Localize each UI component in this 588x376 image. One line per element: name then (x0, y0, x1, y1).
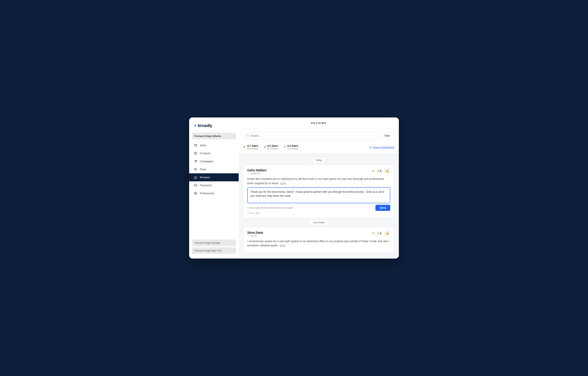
open-dashboard-label: Open in Dashboard (373, 146, 394, 149)
logo: ✦ broadly (189, 117, 239, 133)
sidebar-item-campaigns[interactable]: Campaigns (189, 157, 239, 165)
send-button-kathy[interactable]: Send (375, 205, 390, 211)
thumbs-up-button-kathy[interactable]: 👍 (384, 168, 390, 173)
reply-textarea-kathy[interactable]: Thank you for the kind review, Steve! It… (250, 190, 387, 200)
search-icon (246, 134, 249, 137)
sidebar-item-payments[interactable]: Payments (189, 181, 239, 189)
star-count-steve: 4 (380, 232, 381, 235)
sidebar: ✦ broadly Furnace Kings Atlanta Inbox Co… (189, 117, 239, 259)
review-header-kathy: Kathy Walbert Justin W. G ★ 5 👍 (247, 168, 390, 175)
yelp-icon: ʸ (284, 145, 286, 149)
review-platform-google: G (372, 169, 375, 173)
sidebar-location-chicago[interactable]: Furnace Kings Chicago (192, 240, 236, 246)
reply-footer-kathy: ℹ Your reply will be posted publicly to … (247, 205, 390, 211)
google-stars: 4.7 Stars (247, 144, 258, 147)
reviews-icon (194, 175, 198, 179)
svg-rect-7 (194, 184, 197, 187)
search-box-container (243, 132, 378, 139)
sidebar-label-team: Team (200, 168, 206, 171)
active-location[interactable]: Furnace Kings Atlanta (192, 133, 236, 139)
ratings-row: G 4.7 Stars 64 reviews f 4.5 Stars 93 re… (239, 142, 399, 153)
stars-badge-kathy: ★ 5 (376, 169, 383, 173)
logo-icon: ✦ (194, 123, 197, 128)
thumbs-up-button-steve[interactable]: 👍 (384, 231, 390, 236)
reply-box-kathy: Thank you for the kind review, Steve! It… (247, 187, 390, 203)
svg-point-14 (248, 235, 249, 236)
sidebar-item-reviews[interactable]: Reviews (189, 173, 239, 181)
sidebar-nav: Inbox Contacts Campaigns T (189, 141, 239, 235)
review-platform-google-2: G (372, 232, 375, 235)
svg-line-12 (370, 146, 372, 147)
main-content: REVIEWS Filter G 4.7 Stars 64 reviews (239, 117, 399, 259)
app-window: ✦ broadly Furnace Kings Atlanta Inbox Co… (189, 117, 399, 259)
search-filter-row: Filter (239, 129, 399, 142)
filter-button[interactable]: Filter (380, 132, 394, 139)
rating-google: G 4.7 Stars 64 reviews (243, 144, 258, 150)
review-card-kathy: Kathy Walbert Justin W. G ★ 5 👍 (243, 165, 394, 218)
star-count-kathy: 5 (380, 169, 381, 172)
logo-text: broadly (198, 123, 212, 128)
review-card-steve: Steve Dawe Joe R. G ★ 4 👍 (243, 227, 394, 253)
facebook-icon: f (264, 145, 266, 149)
stars-badge-steve: ★ 4 (376, 231, 383, 235)
inbox-icon (194, 143, 198, 147)
review-timestamp-kathy: 3 hours ago (247, 212, 390, 214)
yelp-reviews: 23 reviews (287, 147, 298, 150)
review-more-steve[interactable]: more (280, 244, 286, 247)
svg-point-10 (247, 135, 248, 136)
google-icon: G (243, 146, 246, 149)
contacts-icon (194, 151, 198, 155)
page-title: REVIEWS (311, 122, 327, 125)
date-label-today: Today (312, 157, 326, 163)
svg-line-11 (248, 136, 249, 137)
rating-yelp: ʸ 4.6 Stars 23 reviews (284, 144, 298, 150)
sidebar-item-inbox[interactable]: Inbox (189, 141, 239, 149)
svg-rect-1 (194, 152, 197, 155)
review-badge-steve: G ★ 4 👍 (372, 231, 390, 236)
reviews-feed: Today Kathy Walbert Justin W. G (239, 153, 399, 259)
payments-icon (194, 183, 198, 187)
yelp-stars: 4.6 Stars (287, 144, 298, 147)
reviewer-agent-kathy: Justin W. (247, 172, 266, 175)
review-badge-kathy: G ★ 5 👍 (372, 168, 390, 173)
sidebar-item-contacts[interactable]: Contacts (189, 149, 239, 157)
main-header: REVIEWS (239, 117, 399, 129)
sidebar-item-preferences[interactable]: Preferences (189, 189, 239, 197)
svg-point-9 (195, 193, 196, 194)
svg-point-13 (248, 173, 249, 174)
team-icon (194, 167, 198, 171)
reviewer-agent-steve: Joe R. (247, 234, 263, 237)
facebook-stars: 4.5 Stars (267, 144, 278, 147)
date-badge-lastweek: Last Week (243, 221, 394, 224)
date-label-lastweek: Last Week (309, 220, 328, 225)
sidebar-item-team[interactable]: Team (189, 165, 239, 173)
review-header-steve: Steve Dawe Joe R. G ★ 4 👍 (247, 231, 390, 237)
sidebar-location-newyork[interactable]: Furnace Kings New York (192, 247, 236, 254)
sidebar-label-reviews: Reviews (200, 176, 210, 179)
reply-note-kathy: ℹ Your reply will be posted publicly to … (247, 207, 293, 209)
reviewer-name-kathy[interactable]: Kathy Walbert (247, 168, 266, 172)
review-more-kathy[interactable]: more (280, 182, 286, 185)
reviewer-name-steve[interactable]: Steve Dawe (247, 231, 263, 234)
svg-point-6 (195, 168, 196, 169)
search-input[interactable] (251, 134, 375, 137)
preferences-icon (194, 191, 198, 195)
sidebar-label-preferences: Preferences (200, 192, 214, 195)
rating-facebook: f 4.5 Stars 93 reviews (264, 144, 278, 150)
info-icon: ℹ (247, 207, 248, 209)
google-reviews: 64 reviews (247, 147, 258, 150)
date-badge-today: Today (243, 158, 394, 162)
facebook-reviews: 93 reviews (267, 147, 278, 150)
campaigns-icon (194, 159, 198, 163)
sidebar-label-contacts: Contacts (200, 152, 210, 155)
sidebar-label-inbox: Inbox (200, 144, 206, 147)
star-icon: ★ (377, 169, 380, 172)
star-icon-2: ★ (377, 232, 380, 235)
sidebar-label-payments: Payments (200, 184, 212, 187)
open-dashboard-link[interactable]: Open in Dashboard (369, 146, 394, 149)
review-body-steve: I received two quotes for a mini-split s… (247, 239, 390, 248)
review-body-kathy: Dustin did a fantastic job on replacing … (247, 177, 390, 185)
sidebar-label-campaigns: Campaigns (200, 160, 213, 163)
